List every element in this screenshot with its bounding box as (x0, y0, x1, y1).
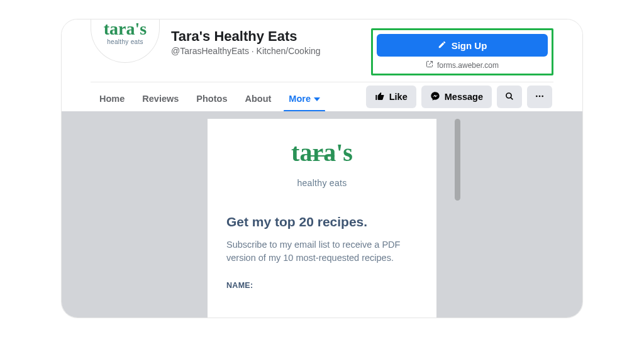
form-brand-script: tara's (226, 141, 418, 164)
messenger-icon (430, 91, 440, 103)
signup-button-label: Sign Up (452, 40, 487, 51)
separator-dot: · (252, 46, 257, 56)
signup-form-card: tara's healthy eats Get my top 20 recipe… (208, 119, 436, 318)
tab-photos[interactable]: Photos (187, 85, 236, 111)
tab-photos-label: Photos (196, 94, 227, 104)
tab-more[interactable]: More (280, 85, 329, 111)
form-subtext: Subscribe to my email list to receive a … (226, 238, 418, 265)
avatar-logo: tara's healthy eats (104, 19, 147, 45)
tab-home-label: Home (99, 94, 125, 104)
signup-button[interactable]: Sign Up (377, 34, 548, 57)
tab-reviews-label: Reviews (142, 94, 179, 104)
more-options-button[interactable] (527, 86, 552, 108)
svg-point-0 (506, 93, 511, 98)
like-button-label: Like (389, 92, 408, 102)
app-frame: tara's healthy eats Tara's Healthy Eats … (61, 19, 583, 318)
tabs: Home Reviews Photos About More (91, 85, 329, 111)
header-top-row: tara's healthy eats Tara's Healthy Eats … (91, 19, 553, 75)
pencil-icon (438, 40, 447, 51)
external-link[interactable]: forms.aweber.com (377, 60, 548, 71)
form-brand-sub: healthy eats (297, 178, 347, 188)
external-link-icon (426, 60, 433, 70)
tab-more-label: More (289, 94, 311, 104)
search-button[interactable] (497, 86, 522, 108)
scrollbar-thumb[interactable] (455, 119, 460, 201)
page-header: tara's healthy eats Tara's Healthy Eats … (62, 19, 582, 111)
tab-about[interactable]: About (236, 85, 280, 111)
form-name-label: NAME: (226, 281, 418, 290)
message-button-label: Message (445, 92, 483, 102)
tabbar: Home Reviews Photos About More Like (91, 85, 553, 111)
tab-home[interactable]: Home (91, 85, 133, 111)
svg-point-3 (539, 95, 541, 97)
avatar-brand-script: tara's (104, 20, 147, 38)
search-icon (504, 91, 514, 103)
action-buttons: Like Message (366, 86, 553, 111)
chevron-down-icon (314, 97, 320, 101)
thumbs-up-icon (375, 91, 385, 103)
ellipsis-icon (535, 91, 545, 103)
title-block: Tara's Healthy Eats @TarasHealthyEats · … (171, 19, 360, 56)
header-divider (91, 82, 553, 82)
brand-underline (309, 155, 335, 157)
svg-point-4 (541, 95, 543, 97)
external-link-domain: forms.aweber.com (437, 61, 499, 70)
page-handle[interactable]: @TarasHealthyEats (171, 46, 249, 56)
message-button[interactable]: Message (421, 86, 492, 108)
scrollbar[interactable] (455, 119, 460, 295)
svg-line-1 (511, 97, 513, 99)
tab-reviews[interactable]: Reviews (133, 85, 187, 111)
form-logo: tara's healthy eats (226, 141, 418, 188)
page-category[interactable]: Kitchen/Cooking (257, 46, 321, 56)
page-title: Tara's Healthy Eats (171, 28, 360, 45)
form-headline: Get my top 20 recipes. (226, 214, 418, 229)
cta-highlight-box: Sign Up forms.aweber.com (371, 28, 553, 75)
page-subtitle: @TarasHealthyEats · Kitchen/Cooking (171, 46, 360, 56)
svg-point-2 (536, 95, 538, 97)
content-area: tara's healthy eats Get my top 20 recipe… (62, 111, 582, 318)
avatar-brand-sub: healthy eats (104, 39, 147, 45)
tab-about-label: About (245, 94, 271, 104)
like-button[interactable]: Like (366, 86, 416, 108)
avatar[interactable]: tara's healthy eats (91, 19, 160, 63)
